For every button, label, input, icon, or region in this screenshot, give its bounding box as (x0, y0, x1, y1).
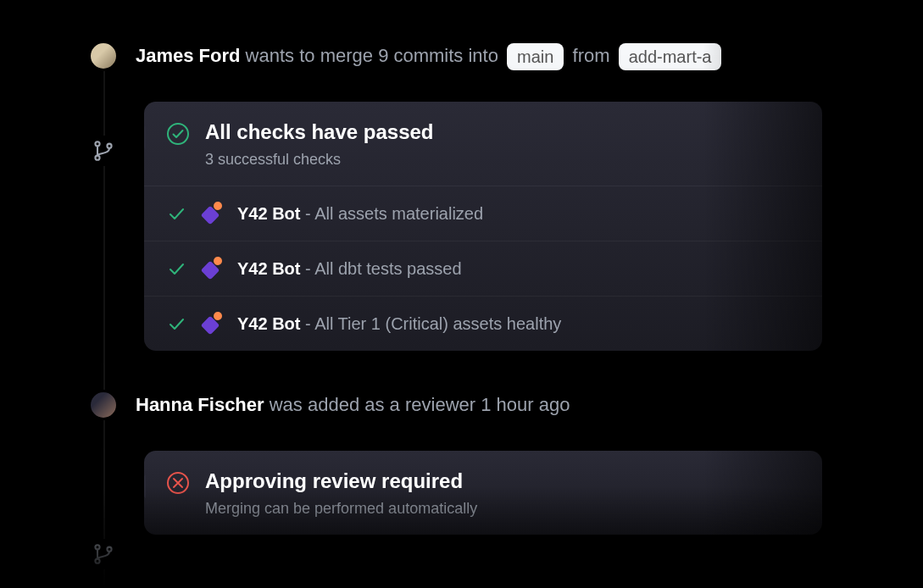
source-branch-tag[interactable]: add-mart-a (619, 43, 722, 70)
y42-bot-icon (200, 202, 224, 225)
svg-point-5 (95, 559, 99, 563)
svg-point-6 (107, 547, 111, 552)
y42-bot-icon (200, 312, 224, 336)
event-description: Hanna Fischer was added as a reviewer 1 … (136, 390, 570, 420)
check-row[interactable]: Y42 Bot - All dbt tests passed (144, 241, 822, 297)
card-subtitle: Merging can be performed automatically (205, 500, 477, 518)
card-title: Approving review required (205, 469, 477, 493)
card-pointer (144, 474, 146, 498)
check-text: Y42 Bot - All dbt tests passed (237, 257, 462, 280)
card-header: Approving review required Merging can be… (144, 451, 822, 535)
target-branch-tag[interactable]: main (507, 43, 564, 70)
y42-bot-icon (200, 257, 224, 280)
svg-point-2 (107, 144, 111, 148)
error-circle-icon (166, 471, 190, 495)
check-text: Y42 Bot - All Tier 1 (Critical) assets h… (237, 312, 561, 336)
avatar[interactable] (88, 390, 119, 420)
checkmark-icon (166, 313, 186, 334)
event-author[interactable]: James Ford (136, 45, 241, 66)
git-branch-icon (88, 136, 119, 166)
event-description: James Ford wants to merge 9 commits into… (136, 41, 725, 71)
review-status-card: Approving review required Merging can be… (144, 451, 822, 535)
svg-point-0 (95, 141, 99, 146)
timeline-event-merge-request: James Ford wants to merge 9 commits into… (88, 41, 923, 71)
timeline-event-reviewer-added: Hanna Fischer was added as a reviewer 1 … (88, 390, 923, 420)
avatar[interactable] (88, 41, 119, 71)
success-circle-icon (166, 122, 190, 146)
event-author[interactable]: Hanna Fischer (136, 394, 264, 415)
svg-point-1 (95, 156, 99, 160)
card-title: All checks have passed (205, 120, 433, 144)
card-subtitle: 3 successful checks (205, 151, 433, 169)
svg-point-4 (95, 545, 99, 549)
check-text: Y42 Bot - All assets materialized (237, 202, 483, 225)
checks-status-card: All checks have passed 3 successful chec… (144, 102, 822, 351)
card-pointer (144, 125, 146, 149)
check-row[interactable]: Y42 Bot - All assets materialized (144, 186, 822, 241)
git-branch-icon (88, 539, 119, 569)
card-header: All checks have passed 3 successful chec… (144, 102, 822, 186)
checkmark-icon (166, 203, 186, 224)
checkmark-icon (166, 258, 186, 279)
svg-point-3 (168, 124, 188, 144)
check-row[interactable]: Y42 Bot - All Tier 1 (Critical) assets h… (144, 297, 822, 351)
